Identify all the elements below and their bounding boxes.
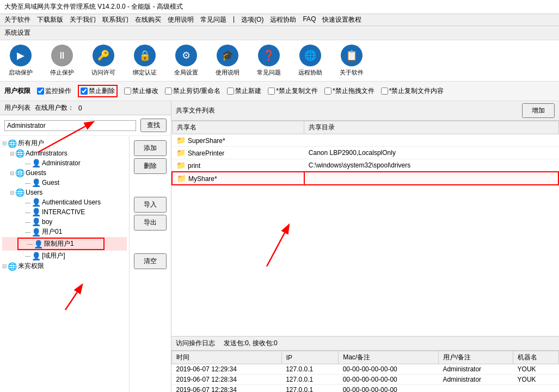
share-print-name: 📁print [172,159,304,172]
menu-options[interactable]: 选项(O) [241,15,263,24]
tree-all-users[interactable]: ⊟ 🌐 所有用户 [2,138,127,148]
bind-auth-btn[interactable]: 🔒 绑定认证 [128,45,161,77]
search-button[interactable]: 查找 [140,119,167,132]
menu-buy[interactable]: 在线购买 [135,15,161,24]
share-row-print[interactable]: 📁print C:\windows\system32\spool\drivers [172,159,558,172]
user-list-header: 用户列表 在线用户数： 0 [0,101,171,115]
log-row3-mac: 00-00-00-00-00-00 [339,385,439,393]
share-list-header: 共享文件列表 增加 [171,101,559,121]
menu-remote[interactable]: 远程协助 [270,15,296,24]
tree-boy[interactable]: — 👤 boy [2,217,127,227]
add-user-button[interactable]: 添加 [134,140,167,156]
tree-domain-users[interactable]: — 👤 [域用户] [2,251,127,261]
tree-guest-user[interactable]: — 👤 Guest [2,178,127,188]
menu-about-us[interactable]: 关于我们 [70,15,96,24]
users-group-icon: 🌐 [15,188,24,197]
administrators-label: Administrators [26,150,67,157]
log-header: 访问操作日志 发送包:0, 接收包:0 [171,337,559,351]
menu-faq2[interactable]: FAQ [303,15,316,24]
right-panel: 共享文件列表 增加 共享名 共享目录 📁SuperShare* [171,101,559,392]
administrator-user-icon: 👤 [32,159,41,167]
perm-monitor[interactable]: 监控操作 [37,86,71,96]
about-btn[interactable]: 📋 关于软件 [335,45,368,77]
import-button[interactable]: 导入 [134,197,167,213]
administrators-icon: 🌐 [15,149,24,158]
log-row-2: 2019-06-07 12:28:34 127.0.0.1 00-00-00-0… [172,375,559,385]
guest-permissions-label: 来宾权限 [18,262,44,271]
perm-no-copy-content-checkbox[interactable] [381,88,388,95]
system-settings-label: 系统设置 [0,26,559,40]
menu-faq[interactable]: 常见问题 [200,15,226,24]
perm-no-modify-label: 禁止修改 [132,86,158,96]
menu-contact[interactable]: 联系我们 [102,15,128,24]
perm-no-copy-file-label: *禁止复制文件 [276,86,318,96]
main-content: 用户列表 在线用户数： 0 查找 ⊟ 🌐 所有用户 [0,101,559,392]
menu-quick-setup[interactable]: 快速设置教程 [322,15,361,24]
auth-users-label: Authenticated Users [42,198,101,206]
add-share-button[interactable]: 增加 [522,103,555,118]
share-row-supershare[interactable]: 📁SuperShare* [172,134,558,147]
perm-no-modify-checkbox[interactable] [124,88,131,95]
stop-protect-icon: ⏸ [51,45,73,66]
tree-auth-users[interactable]: — 👤 Authenticated Users [2,197,127,207]
online-count: 0 [78,104,82,112]
log-row3-time: 2019-06-07 12:28:34 [172,385,282,393]
remote-help-btn[interactable]: 🌐 远程协助 [294,45,327,77]
delete-user-button[interactable]: 删除 [134,158,167,174]
start-protect-label: 启动保护 [9,69,33,77]
usage-guide-btn[interactable]: 🎓 使用说明 [211,45,244,77]
stop-protect-btn[interactable]: ⏸ 停止保护 [46,45,78,77]
perm-no-copy-content[interactable]: *禁止复制文件内容 [381,86,444,96]
perm-no-copy-file-checkbox[interactable] [268,88,275,95]
perm-no-cut-rename[interactable]: 禁止剪切/重命名 [165,86,220,96]
tree-administrators[interactable]: ⊟ 🌐 Administrators [2,148,127,158]
share-row-myshare[interactable]: 📁MyShare* [172,172,558,185]
limited-user1-label: 限制用户1 [44,239,74,248]
tree-interactive[interactable]: — 👤 INTERACTIVE [2,207,127,217]
perm-no-drag-checkbox[interactable] [324,88,331,95]
tree-limited-user1[interactable]: — 👤 限制用户1 [2,237,127,251]
perm-no-create-checkbox[interactable] [227,88,234,95]
search-input[interactable] [4,120,136,131]
menu-download[interactable]: 下载新版 [37,15,63,24]
stop-protect-label: 停止保护 [50,69,74,77]
tree-users-group[interactable]: ⊟ 🌐 Users [2,188,127,197]
global-settings-icon: ⚙ [175,45,197,66]
tree-guests[interactable]: ⊟ 🌐 Guests [2,168,127,178]
administrator-user-label: Administrator [42,159,81,167]
perm-no-copy-file[interactable]: *禁止复制文件 [268,86,318,96]
perm-no-modify[interactable]: 禁止修改 [124,86,158,96]
global-settings-btn[interactable]: ⚙ 全局设置 [170,45,202,77]
about-label: 关于软件 [340,69,364,77]
action-buttons: 添加 删除 导入 导出 清空 [129,136,171,392]
log-time-col: 时间 [172,351,282,364]
start-protect-icon: ▶ [10,45,32,66]
access-allow-btn[interactable]: 🔑 访问许可 [87,45,120,77]
tree-user01[interactable]: — 👤 用户01 [2,227,127,237]
start-protect-btn[interactable]: ▶ 启动保护 [4,45,37,77]
log-row3-user [438,385,513,393]
interactive-label: INTERACTIVE [42,208,85,216]
title-text: 大势至局域网共享文件管理系统 V14.2.0.0 - 全能版 - 高级模式 [4,3,183,10]
clear-button[interactable]: 清空 [134,253,167,269]
menu-about-software[interactable]: 关于软件 [4,15,30,24]
shareprinter-folder-icon: 📁 [176,148,186,157]
log-mac-col: Mac/备注 [339,351,439,364]
tree-guest-permissions[interactable]: ⊟ 🌐 来宾权限 [2,261,127,271]
export-button[interactable]: 导出 [134,215,167,231]
perm-no-delete-checkbox[interactable] [81,88,88,95]
faq-btn[interactable]: ❓ 常见问题 [253,45,285,77]
share-myshare-dir [304,172,558,185]
bind-auth-icon: 🔒 [134,45,156,66]
perm-monitor-checkbox[interactable] [37,88,44,95]
share-row-shareprinter[interactable]: 📁SharePrinter Canon LBP2900,LocalsplOnly [172,147,558,159]
perm-no-drag[interactable]: *禁止拖拽文件 [324,86,374,96]
perm-no-delete[interactable]: 禁止删除 [78,85,118,97]
perm-no-cut-rename-checkbox[interactable] [165,88,172,95]
menu-guide[interactable]: 使用说明 [168,15,194,24]
share-shareprinter-dir: Canon LBP2900,LocalsplOnly [304,147,558,159]
tree-administrator-user[interactable]: — 👤 Administrator [2,158,127,168]
online-users-label: 在线用户数： [35,103,74,113]
perm-no-create[interactable]: 禁止新建 [227,86,261,96]
guests-label: Guests [26,169,46,177]
